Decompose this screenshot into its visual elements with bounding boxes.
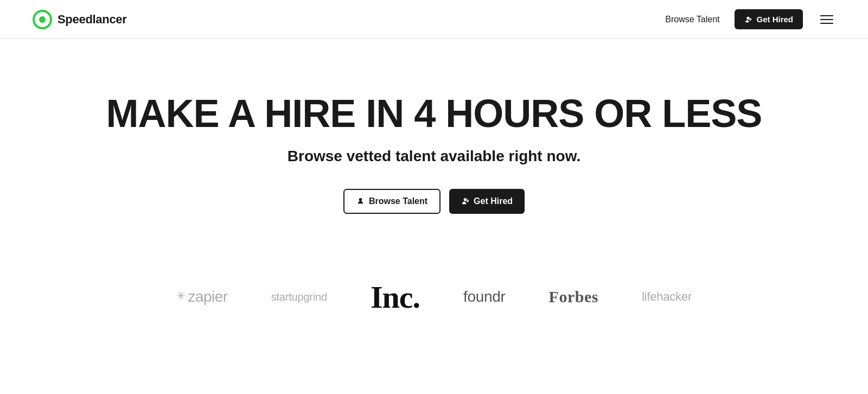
header: Speedlancer Browse Talent Get Hired [0,0,868,39]
hero-buttons: Browse Talent Get Hired [343,189,525,214]
hero-subtitle: Browse vetted talent available right now… [288,148,580,165]
lifehacker-logo: lifehacker [642,290,692,304]
zapier-asterisk-icon: ✳ [176,290,186,301]
hamburger-line-1 [820,15,833,16]
foundr-logo: foundr [463,288,506,306]
hero-get-hired-button[interactable]: Get Hired [449,189,525,214]
header-get-hired-button[interactable]: Get Hired [735,9,803,29]
nav-browse-talent-link[interactable]: Browse Talent [665,15,719,24]
hamburger-menu-button[interactable] [818,13,835,26]
hamburger-line-2 [820,19,833,20]
forbes-logo: Forbes [549,288,598,306]
zapier-logo: ✳ zapier [176,288,228,306]
get-hired-icon [461,197,469,205]
hamburger-line-3 [820,23,833,24]
hero-browse-talent-button[interactable]: Browse Talent [343,189,441,214]
hero-title: MAKE A HIRE IN 4 HOURS OR LESS [106,93,762,135]
svg-point-1 [39,16,46,23]
inc-logo: Inc. [371,279,420,315]
logo-text: Speedlancer [58,12,127,27]
hero-section: MAKE A HIRE IN 4 HOURS OR LESS Browse ve… [0,39,868,257]
person-add-icon [744,16,752,23]
browse-talent-icon [356,197,365,205]
startupgrind-logo: startupgrind [271,291,327,303]
logo[interactable]: Speedlancer [33,10,127,29]
speedlancer-logo-icon [33,10,52,29]
logos-section: ✳ zapier startupgrind Inc. foundr Forbes… [0,257,868,348]
nav: Browse Talent Get Hired [665,9,835,29]
